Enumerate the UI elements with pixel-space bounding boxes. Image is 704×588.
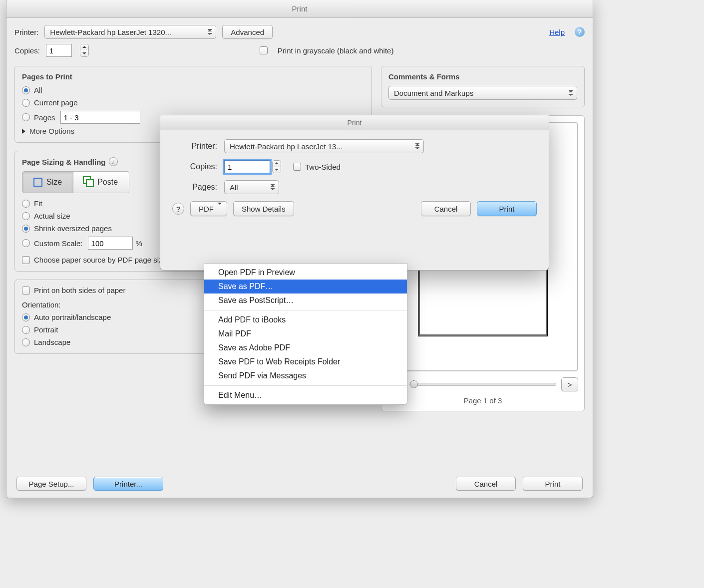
percent-label: % bbox=[136, 239, 142, 248]
sheet-copies-input[interactable] bbox=[224, 160, 270, 173]
copies-input[interactable] bbox=[46, 44, 72, 57]
fit-radio[interactable] bbox=[22, 200, 30, 208]
sheet-copies-label: Copies: bbox=[172, 162, 217, 171]
sheet-copies-stepper[interactable] bbox=[272, 160, 281, 173]
stepper-up-icon[interactable] bbox=[273, 161, 281, 167]
two-sided-label: Two-Sided bbox=[305, 163, 341, 171]
select-arrows-icon bbox=[270, 182, 276, 192]
grayscale-label: Print in grayscale (black and white) bbox=[278, 46, 394, 55]
both-sides-label: Print on both sides of paper bbox=[34, 286, 125, 294]
menu-item[interactable]: Add PDF to iBooks bbox=[204, 313, 407, 327]
both-sides-checkbox[interactable] bbox=[22, 287, 30, 294]
paper-source-label: Choose paper source by PDF page siz bbox=[34, 256, 163, 264]
preview-zoom-slider[interactable] bbox=[409, 383, 556, 386]
system-print-sheet: Print Printer: Hewlett-Packard hp LaserJ… bbox=[160, 115, 549, 271]
copies-stepper[interactable] bbox=[80, 44, 89, 57]
preview-caption: Page 1 of 3 bbox=[387, 396, 578, 405]
comments-forms-title: Comments & Forms bbox=[388, 72, 577, 81]
orientation-portrait-label: Portrait bbox=[34, 325, 58, 334]
menu-item[interactable]: Save as PDF… bbox=[204, 280, 407, 294]
info-icon[interactable]: i bbox=[109, 157, 118, 166]
pages-current-label: Current page bbox=[34, 98, 78, 107]
paper-source-checkbox[interactable] bbox=[22, 256, 30, 264]
preview-next-button[interactable]: > bbox=[561, 377, 578, 391]
grayscale-checkbox[interactable] bbox=[260, 46, 268, 54]
custom-label: Custom Scale: bbox=[34, 239, 83, 248]
pages-to-print-title: Pages to Print bbox=[22, 72, 364, 81]
help-icon[interactable]: ? bbox=[575, 27, 585, 37]
size-tab[interactable]: Size bbox=[22, 171, 73, 193]
two-sided-checkbox[interactable] bbox=[293, 163, 301, 171]
menu-item[interactable]: Save as Adobe PDF bbox=[204, 341, 407, 355]
printer-label: Printer: bbox=[14, 28, 38, 36]
stepper-down-icon[interactable] bbox=[80, 50, 88, 56]
comments-forms-group: Comments & Forms Document and Markups bbox=[381, 66, 585, 107]
size-tab-label: Size bbox=[46, 178, 62, 187]
orientation-portrait-radio[interactable] bbox=[22, 326, 30, 334]
show-details-button[interactable]: Show Details bbox=[233, 201, 294, 216]
menu-item[interactable]: Save PDF to Web Receipts Folder bbox=[204, 355, 407, 369]
page-setup-button[interactable]: Page Setup... bbox=[16, 477, 86, 491]
copies-label: Copies: bbox=[14, 46, 40, 55]
sheet-print-button[interactable]: Print bbox=[477, 201, 537, 216]
poster-icon bbox=[84, 178, 93, 187]
size-icon bbox=[33, 178, 42, 187]
pages-current-radio[interactable] bbox=[22, 99, 30, 107]
sheet-printer-value: Hewlett-Packard hp LaserJet 13... bbox=[230, 142, 343, 151]
select-arrows-icon bbox=[414, 141, 420, 151]
orientation-landscape-radio[interactable] bbox=[22, 338, 30, 346]
menu-item[interactable]: Open PDF in Preview bbox=[204, 266, 407, 280]
menu-item[interactable]: Save as PostScript… bbox=[204, 294, 407, 307]
sheet-title: Print bbox=[160, 115, 549, 130]
pdf-menu[interactable]: Open PDF in PreviewSave as PDF…Save as P… bbox=[204, 263, 407, 405]
menu-item[interactable]: Edit Menu… bbox=[204, 388, 407, 402]
pdf-dropdown-label: PDF bbox=[199, 205, 214, 213]
menu-separator bbox=[204, 385, 407, 386]
window-title: Print bbox=[6, 0, 593, 18]
chevron-down-icon bbox=[218, 205, 222, 213]
slider-thumb-icon[interactable] bbox=[410, 380, 418, 388]
shrink-radio[interactable] bbox=[22, 225, 30, 233]
shrink-label: Shrink oversized pages bbox=[34, 224, 112, 233]
printer-select-value: Hewlett-Packard hp LaserJet 1320... bbox=[50, 28, 171, 36]
outer-cancel-button[interactable]: Cancel bbox=[456, 477, 516, 491]
sheet-cancel-button[interactable]: Cancel bbox=[421, 201, 471, 216]
outer-print-button[interactable]: Print bbox=[523, 477, 583, 491]
orientation-landscape-label: Landscape bbox=[34, 338, 70, 346]
menu-separator bbox=[204, 310, 407, 310]
pages-all-label: All bbox=[34, 86, 42, 94]
more-options-label: More Options bbox=[29, 127, 74, 135]
stepper-up-icon[interactable] bbox=[80, 44, 88, 50]
printer-select[interactable]: Hewlett-Packard hp LaserJet 1320... bbox=[44, 25, 216, 39]
pages-range-label: Pages bbox=[34, 113, 55, 122]
sheet-pages-label: Pages: bbox=[172, 183, 217, 192]
orientation-auto-label: Auto portrait/landscape bbox=[34, 313, 111, 321]
sheet-pages-select[interactable]: All bbox=[224, 180, 279, 194]
orientation-auto-radio[interactable] bbox=[22, 313, 30, 321]
poster-tab[interactable]: Poste bbox=[73, 171, 129, 193]
advanced-button[interactable]: Advanced bbox=[222, 25, 273, 39]
sheet-help-button[interactable]: ? bbox=[172, 203, 184, 215]
sheet-pages-value: All bbox=[230, 183, 238, 192]
pages-all-radio[interactable] bbox=[22, 86, 30, 94]
comments-forms-select[interactable]: Document and Markups bbox=[388, 86, 577, 100]
actual-radio[interactable] bbox=[22, 212, 30, 220]
menu-item[interactable]: Mail PDF bbox=[204, 327, 407, 341]
sheet-printer-select[interactable]: Hewlett-Packard hp LaserJet 13... bbox=[224, 139, 424, 153]
printer-button[interactable]: Printer... bbox=[93, 477, 163, 491]
select-arrows-icon bbox=[207, 27, 213, 37]
stepper-down-icon[interactable] bbox=[273, 167, 281, 173]
actual-label: Actual size bbox=[34, 212, 70, 220]
menu-item[interactable]: Send PDF via Messages bbox=[204, 369, 407, 383]
pdf-dropdown-button[interactable]: PDF bbox=[190, 201, 227, 216]
custom-radio[interactable] bbox=[22, 239, 30, 247]
sheet-printer-label: Printer: bbox=[172, 142, 217, 151]
sizing-title: Page Sizing & Handling bbox=[22, 158, 106, 166]
custom-scale-input[interactable] bbox=[88, 237, 133, 250]
pages-range-input[interactable] bbox=[60, 111, 140, 124]
select-arrows-icon bbox=[568, 88, 574, 98]
comments-forms-value: Document and Markups bbox=[394, 89, 473, 97]
pages-range-radio[interactable] bbox=[22, 113, 30, 121]
poster-tab-label: Poste bbox=[97, 178, 118, 187]
help-link[interactable]: Help bbox=[549, 28, 565, 36]
